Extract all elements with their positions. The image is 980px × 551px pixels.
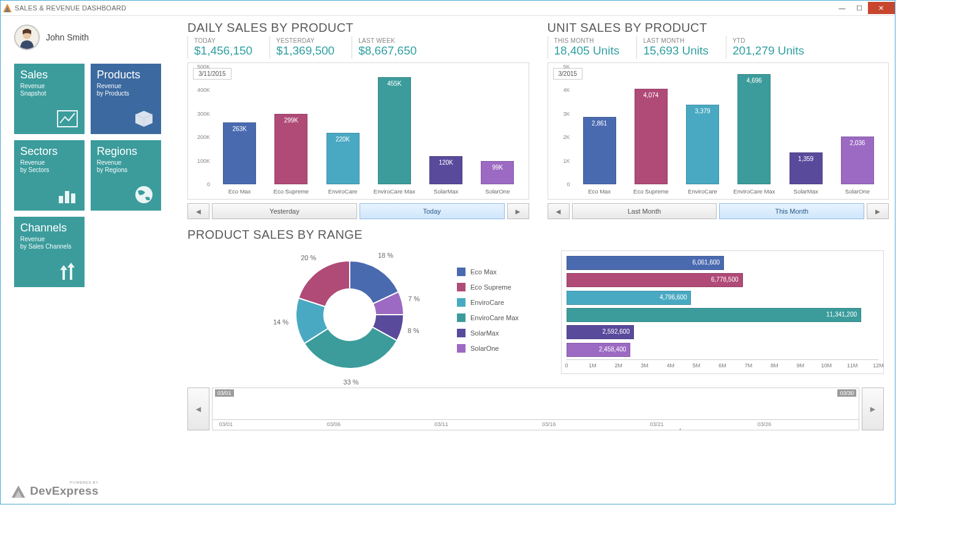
svg-rect-6	[59, 196, 63, 203]
legend-item[interactable]: SolarOne	[457, 344, 549, 353]
bars-icon	[55, 182, 80, 207]
stat: YTD201,279 Units	[726, 36, 821, 59]
user-name: John Smith	[46, 32, 89, 42]
globe-icon	[132, 182, 156, 207]
svg-rect-7	[65, 191, 69, 203]
window-title: SALES & REVENUE DASHBOARD	[15, 4, 126, 12]
app-icon	[3, 4, 12, 12]
avatar[interactable]	[14, 24, 40, 50]
range-bars: 6,061,6006,778,5004,796,60011,341,2002,5…	[561, 250, 884, 374]
tile-products[interactable]: ProductsRevenueby Products	[91, 64, 161, 134]
daily-today-button[interactable]: Today	[360, 203, 505, 219]
timeline-prev-button[interactable]: ◄	[187, 388, 209, 430]
legend-item[interactable]: SolarMax	[457, 329, 549, 337]
legend-item[interactable]: EnviroCare Max	[457, 313, 549, 322]
daily-next-button[interactable]: ►	[507, 203, 529, 219]
stat: LAST WEEK$8,667,650	[352, 36, 434, 59]
legend-item[interactable]: Eco Max	[457, 268, 549, 276]
legend-item[interactable]: Eco Supreme	[457, 283, 549, 291]
daily-chart: 3/11/2015 0100K200K300K400K500K 263K299K…	[187, 62, 529, 200]
units-chart: 3/2015 01K2K3K4K5K 2,8614,0743,3794,6961…	[548, 62, 889, 200]
units-prev-button[interactable]: ◄	[548, 203, 570, 219]
timeline-start-marker: 03/01	[215, 389, 234, 397]
svg-rect-8	[71, 193, 75, 203]
tile-sales[interactable]: SalesRevenueSnapshot	[14, 64, 85, 134]
daily-prev-button[interactable]: ◄	[187, 203, 209, 219]
timeline-range[interactable]: 03/01 03/30 03/0103/0603/1103/1603/2103/…	[212, 388, 859, 430]
timeline-end-marker: 03/30	[837, 389, 856, 397]
units-title: UNIT SALES BY PRODUCT	[548, 21, 889, 35]
stat: THIS MONTH18,405 Units	[548, 36, 637, 59]
minimize-button[interactable]: —	[834, 2, 851, 14]
units-thismonth-button[interactable]: This Month	[719, 203, 864, 219]
stat: TODAY$1,456,150	[187, 36, 270, 59]
legend-item[interactable]: EnviroCare	[457, 298, 549, 307]
tile-channels[interactable]: ChannelsRevenueby Sales Channels	[14, 217, 85, 287]
box-icon	[132, 106, 156, 130]
arrows-icon	[55, 259, 80, 283]
svg-point-9	[135, 186, 153, 203]
maximize-button[interactable]: ☐	[851, 2, 868, 14]
close-button[interactable]: ✕	[868, 2, 895, 14]
tile-regions[interactable]: RegionsRevenueby Regions	[91, 140, 161, 211]
range-donut: 20 %18 %7 %8 %33 %14 %	[255, 250, 445, 379]
stat: YESTERDAY$1,369,500	[270, 36, 352, 59]
units-lastmonth-button[interactable]: Last Month	[572, 203, 717, 219]
chart-line-icon	[55, 106, 80, 130]
timeline-next-button[interactable]: ►	[862, 388, 884, 430]
daily-title: DAILY SALES BY PRODUCT	[187, 21, 529, 35]
footer-brand: POWERED BY DevExpress	[12, 481, 99, 498]
tile-sectors[interactable]: SectorsRevenueby Sectors	[14, 140, 85, 211]
stat: LAST MONTH15,693 Units	[636, 36, 726, 59]
units-next-button[interactable]: ►	[867, 203, 889, 219]
range-title: PRODUCT SALES BY RANGE	[187, 228, 889, 242]
daily-yesterday-button[interactable]: Yesterday	[212, 203, 357, 219]
